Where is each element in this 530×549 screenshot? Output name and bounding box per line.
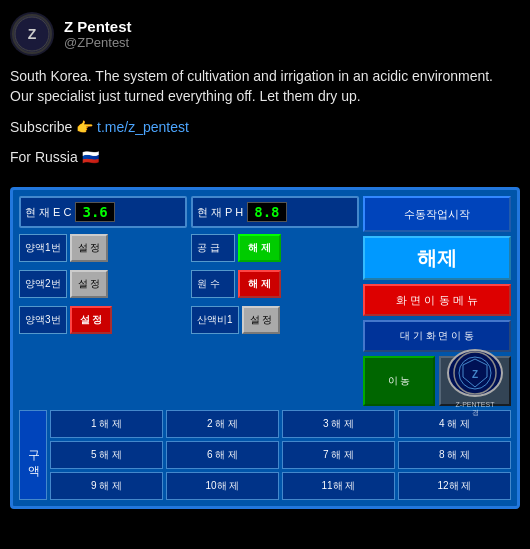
ec-display: 현 재 E C 3.6 (19, 196, 187, 228)
row2-mid-label: 원 수 (191, 270, 235, 298)
mid-row3: 산액비1 설 정 (191, 304, 359, 336)
right-inner: 수동작업시작 해제 화 면 이 동 메 뉴 대 기 화 면 이 동 이 농 (363, 196, 511, 406)
haje-btn-10[interactable]: 10해 제 (166, 472, 279, 500)
right-haje-btn[interactable]: 해제 (363, 236, 511, 280)
row2-mid-btn[interactable]: 해 제 (238, 270, 281, 298)
row3-left-btn[interactable]: 설 정 (70, 306, 113, 334)
row3-left-label: 양액3번 (19, 306, 67, 334)
zpentest-logo: Z (453, 351, 497, 395)
right-logo-box: Z Z-PENTEST 경 (439, 356, 511, 406)
haje-btn-9[interactable]: 9 해 제 (50, 472, 163, 500)
bottom-area: 구 액 1 해 제2 해 제3 해 제4 해 제5 해 제6 해 제7 해 제8… (19, 410, 511, 500)
right-blue2-btn[interactable]: 대 기 화 면 이 동 (363, 320, 511, 352)
subscribe-label: Subscribe (10, 119, 72, 135)
side-label: 구 액 (19, 410, 47, 500)
right-red-btn[interactable]: 화 면 이 동 메 뉴 (363, 284, 511, 316)
ph-value: 8.8 (247, 202, 286, 222)
watermark-label: Z-PENTEST (456, 401, 495, 408)
post-header: Z Z Pentest @ZPentest (0, 0, 530, 62)
right-grey-label: 경 (472, 408, 479, 418)
row3-mid-btn[interactable]: 설 정 (242, 306, 281, 334)
channel-name: Z Pentest (64, 18, 132, 35)
avatar-initials: Z (12, 14, 52, 54)
flag-icon: 🇷🇺 (82, 149, 99, 165)
channel-info: Z Pentest @ZPentest (64, 18, 132, 50)
for-russia-line: For Russia 🇷🇺 (10, 147, 520, 167)
haje-btn-12[interactable]: 12해 제 (398, 472, 511, 500)
ec-value: 3.6 (75, 202, 114, 222)
haje-btn-2[interactable]: 2 해 제 (166, 410, 279, 438)
for-russia-text: For Russia (10, 149, 78, 165)
telegram-link[interactable]: t.me/z_pentest (97, 119, 189, 135)
ph-display: 현 재 P H 8.8 (191, 196, 359, 228)
row1-mid-label: 공 급 (191, 234, 235, 262)
row2-left-label: 양액2번 (19, 270, 67, 298)
scada-right-col: 수동작업시작 해제 화 면 이 동 메 뉴 대 기 화 면 이 동 이 농 (363, 196, 511, 406)
left-row2: 양액2번 설 정 (19, 268, 187, 300)
avatar: Z (10, 12, 54, 56)
svg-text:Z: Z (472, 369, 478, 380)
right-top-btn[interactable]: 수동작업시작 (363, 196, 511, 232)
scada-left-col: 현 재 E C 3.6 양액1번 설 정 양액2번 설 정 양액3번 설 정 (19, 196, 187, 406)
subscribe-line: Subscribe 👉 t.me/z_pentest (10, 117, 520, 137)
row3-mid-label: 산액비1 (191, 306, 239, 334)
haje-btn-4[interactable]: 4 해 제 (398, 410, 511, 438)
scada-main-grid: 현 재 E C 3.6 양액1번 설 정 양액2번 설 정 양액3번 설 정 (19, 196, 511, 406)
mid-row2: 원 수 해 제 (191, 268, 359, 300)
post-body: South Korea. The system of cultivation a… (0, 62, 530, 187)
row1-mid-btn[interactable]: 해 제 (238, 234, 281, 262)
haje-btn-5[interactable]: 5 해 제 (50, 441, 163, 469)
haje-btn-6[interactable]: 6 해 제 (166, 441, 279, 469)
channel-handle: @ZPentest (64, 35, 132, 50)
scada-panel: 현 재 E C 3.6 양액1번 설 정 양액2번 설 정 양액3번 설 정 (10, 187, 520, 509)
svg-text:Z: Z (28, 26, 37, 42)
logo-circle: Z (447, 349, 503, 397)
right-bottom-row: 이 농 Z Z-PENTEST (363, 356, 511, 406)
row2-left-btn[interactable]: 설 정 (70, 270, 109, 298)
mid-row1: 공 급 해 제 (191, 232, 359, 264)
left-row3: 양액3번 설 정 (19, 304, 187, 336)
haje-btn-8[interactable]: 8 해 제 (398, 441, 511, 469)
right-green-btn[interactable]: 이 농 (363, 356, 435, 406)
ec-label: 현 재 E C (25, 205, 71, 220)
row1-left-btn[interactable]: 설 정 (70, 234, 109, 262)
haje-btn-7[interactable]: 7 해 제 (282, 441, 395, 469)
ph-label: 현 재 P H (197, 205, 243, 220)
hand-icon: 👉 (76, 119, 97, 135)
haje-btn-3[interactable]: 3 해 제 (282, 410, 395, 438)
row1-left-label: 양액1번 (19, 234, 67, 262)
post-text: South Korea. The system of cultivation a… (10, 66, 520, 107)
left-row1: 양액1번 설 정 (19, 232, 187, 264)
haje-btn-1[interactable]: 1 해 제 (50, 410, 163, 438)
bottom-grid: 1 해 제2 해 제3 해 제4 해 제5 해 제6 해 제7 해 제8 해 제… (50, 410, 511, 500)
scada-mid-col: 현 재 P H 8.8 공 급 해 제 원 수 해 제 산액비1 설 정 (191, 196, 359, 406)
haje-btn-11[interactable]: 11해 제 (282, 472, 395, 500)
